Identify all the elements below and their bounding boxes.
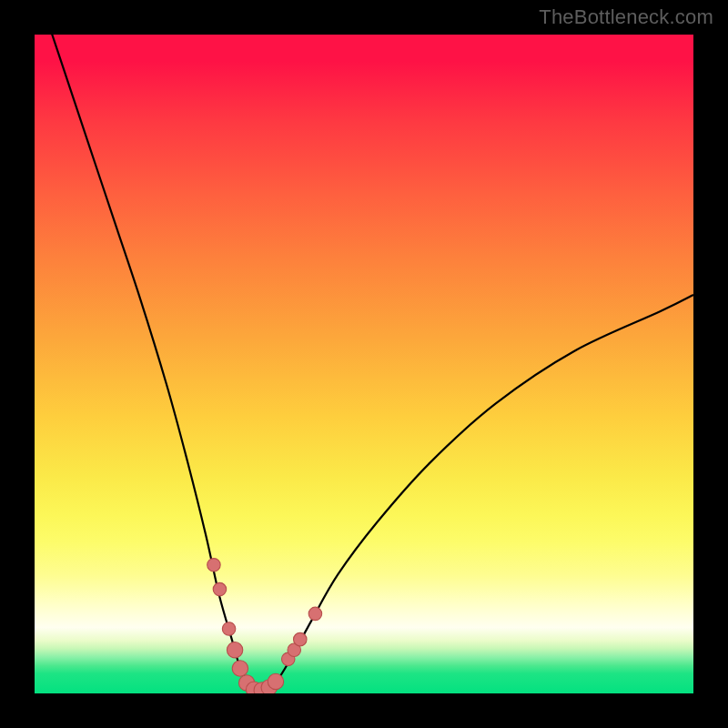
curve-marker — [308, 607, 321, 620]
bottleneck-curve — [35, 35, 693, 691]
curve-marker — [213, 582, 226, 595]
curve-marker — [232, 661, 248, 676]
curve-layer — [35, 35, 693, 693]
plot-area — [35, 35, 693, 693]
marker-group — [207, 559, 322, 693]
curve-marker — [268, 673, 283, 689]
curve-marker — [294, 632, 307, 645]
watermark-text: TheBottleneck.com — [539, 5, 713, 29]
curve-marker — [207, 559, 220, 571]
curve-marker — [222, 622, 235, 635]
chart-frame: TheBottleneck.com — [0, 0, 728, 728]
curve-marker — [227, 642, 242, 658]
